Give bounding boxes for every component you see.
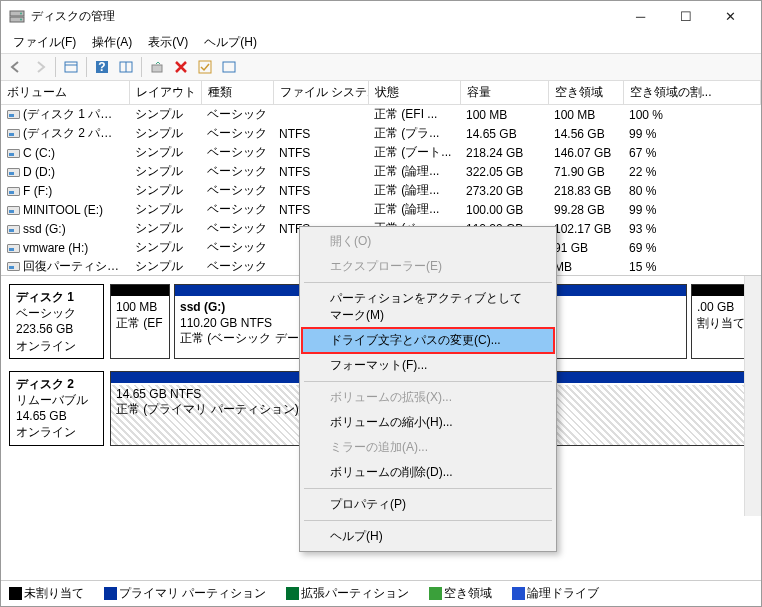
svg-rect-4 <box>65 62 77 72</box>
svg-text:?: ? <box>98 60 105 74</box>
back-button[interactable] <box>5 56 27 78</box>
drive-icon <box>7 206 20 215</box>
toolbar-icon-3[interactable] <box>218 56 240 78</box>
ctx-shrink[interactable]: ボリュームの縮小(H)... <box>302 410 554 435</box>
forward-button[interactable] <box>29 56 51 78</box>
disk-2-title: ディスク 2 <box>16 377 74 391</box>
drive-icon <box>7 110 20 119</box>
col-volume[interactable]: ボリューム <box>1 81 129 105</box>
svg-rect-11 <box>199 61 211 73</box>
drive-icon <box>7 244 20 253</box>
table-row[interactable]: MINITOOL (E:)シンプルベーシックNTFS正常 (論理...100.0… <box>1 200 761 219</box>
ctx-change-drive-letter[interactable]: ドライブ文字とパスの変更(C)... <box>302 328 554 353</box>
menubar: ファイル(F) 操作(A) 表示(V) ヘルプ(H) <box>1 31 761 53</box>
ctx-mark-active[interactable]: パーティションをアクティブとしてマーク(M) <box>302 286 554 328</box>
legend: 未割り当て プライマリ パーティション 拡張パーティション 空き領域 論理ドライ… <box>1 580 761 606</box>
toolbar-icon[interactable] <box>60 56 82 78</box>
ctx-help[interactable]: ヘルプ(H) <box>302 524 554 549</box>
svg-point-3 <box>20 19 22 21</box>
legend-extended: 拡張パーティション <box>301 585 409 602</box>
delete-icon[interactable] <box>170 56 192 78</box>
refresh-icon[interactable] <box>146 56 168 78</box>
drive-icon <box>7 168 20 177</box>
menu-action[interactable]: 操作(A) <box>84 32 140 53</box>
col-free[interactable]: 空き領域 <box>548 81 623 105</box>
close-button[interactable]: ✕ <box>708 1 753 31</box>
app-icon <box>9 8 25 24</box>
toolbar: ? <box>1 53 761 81</box>
table-row[interactable]: C (C:)シンプルベーシックNTFS正常 (ブート...218.24 GB14… <box>1 143 761 162</box>
table-row[interactable]: D (D:)シンプルベーシックNTFS正常 (論理...322.05 GB71.… <box>1 162 761 181</box>
table-row[interactable]: (ディスク 1 パーティシ...シンプルベーシック正常 (EFI ...100 … <box>1 105 761 125</box>
svg-rect-12 <box>223 62 235 72</box>
col-capacity[interactable]: 容量 <box>460 81 548 105</box>
menu-file[interactable]: ファイル(F) <box>5 32 84 53</box>
col-freepct[interactable]: 空き領域の割... <box>623 81 761 105</box>
disk-1-label[interactable]: ディスク 1 ベーシック 223.56 GB オンライン <box>9 284 104 359</box>
disk-1-title: ディスク 1 <box>16 290 74 304</box>
legend-unalloc: 未割り当て <box>24 585 84 602</box>
col-status[interactable]: 状態 <box>368 81 460 105</box>
legend-free: 空き領域 <box>444 585 492 602</box>
minimize-button[interactable]: ─ <box>618 1 663 31</box>
ctx-explorer[interactable]: エクスプローラー(E) <box>302 254 554 279</box>
help-icon[interactable]: ? <box>91 56 113 78</box>
ctx-format[interactable]: フォーマット(F)... <box>302 353 554 378</box>
drive-icon <box>7 129 20 138</box>
svg-rect-10 <box>152 65 162 72</box>
legend-primary: プライマリ パーティション <box>119 585 266 602</box>
context-menu: 開く(O) エクスプローラー(E) パーティションをアクティブとしてマーク(M)… <box>299 226 557 552</box>
table-row[interactable]: F (F:)シンプルベーシックNTFS正常 (論理...273.20 GB218… <box>1 181 761 200</box>
check-icon[interactable] <box>194 56 216 78</box>
legend-logical: 論理ドライブ <box>527 585 599 602</box>
col-fs[interactable]: ファイル システム <box>273 81 368 105</box>
disk-2-label[interactable]: ディスク 2 リムーバブル 14.65 GB オンライン <box>9 371 104 446</box>
col-type[interactable]: 種類 <box>201 81 273 105</box>
ctx-delete[interactable]: ボリュームの削除(D)... <box>302 460 554 485</box>
menu-help[interactable]: ヘルプ(H) <box>196 32 265 53</box>
vertical-scrollbar[interactable] <box>744 276 761 516</box>
ctx-open[interactable]: 開く(O) <box>302 229 554 254</box>
disk1-part-efi[interactable]: 100 MB 正常 (EF <box>110 284 170 359</box>
svg-point-2 <box>20 13 22 15</box>
window-title: ディスクの管理 <box>31 8 618 25</box>
col-layout[interactable]: レイアウト <box>129 81 201 105</box>
menu-view[interactable]: 表示(V) <box>140 32 196 53</box>
ctx-properties[interactable]: プロパティ(P) <box>302 492 554 517</box>
drive-icon <box>7 225 20 234</box>
toolbar-icon-2[interactable] <box>115 56 137 78</box>
ctx-mirror[interactable]: ミラーの追加(A)... <box>302 435 554 460</box>
ctx-extend[interactable]: ボリュームの拡張(X)... <box>302 385 554 410</box>
drive-icon <box>7 187 20 196</box>
titlebar: ディスクの管理 ─ ☐ ✕ <box>1 1 761 31</box>
table-row[interactable]: (ディスク 2 パーティシ...シンプルベーシックNTFS正常 (プラ...14… <box>1 124 761 143</box>
maximize-button[interactable]: ☐ <box>663 1 708 31</box>
drive-icon <box>7 262 20 271</box>
drive-icon <box>7 149 20 158</box>
